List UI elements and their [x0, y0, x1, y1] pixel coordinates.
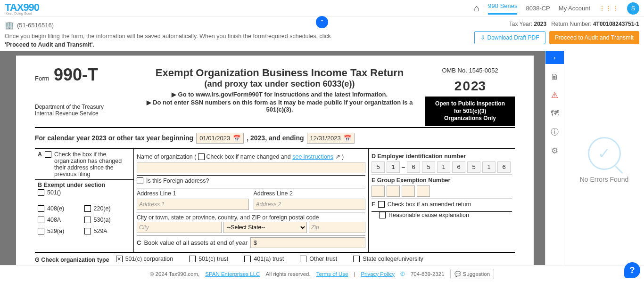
addr1-label: Address Line 1 [137, 190, 249, 197]
footer-privacy-link[interactable]: Privacy Policy [361, 271, 395, 277]
map-icon[interactable]: 🗺 [551, 109, 559, 118]
cal-year-mid: , 2023, and ending [247, 134, 304, 142]
check-A-address-changed[interactable] [45, 151, 51, 158]
date-start-input[interactable]: 01/01/2023 📅 [196, 133, 244, 144]
logo[interactable]: TAX990 Keep Doing Good [5, 1, 39, 15]
name-check-text: Check box if name changed and [206, 153, 290, 160]
check-G-501c-corp[interactable] [116, 256, 123, 262]
calendar-icon: 📅 [233, 135, 240, 142]
check-B-529A[interactable] [84, 228, 91, 234]
addr2-label: Address Line 2 [254, 190, 366, 197]
apps-icon[interactable]: ⋮⋮⋮ [599, 5, 619, 12]
footer-span-link[interactable]: SPAN Enterprises LLC [205, 271, 260, 277]
amended-label: Check box if an amended return [388, 201, 471, 208]
footer-copyright: © 2024 Tax990.com, [150, 271, 199, 277]
city-label: City or town, state or province, country… [137, 214, 365, 221]
form-number: 990-T [54, 65, 98, 84]
footer-rights: All rights reserved. [265, 271, 310, 277]
check-foreign-address[interactable] [137, 177, 143, 184]
rail-expand-button[interactable]: › [545, 51, 564, 64]
form-title-2: (and proxy tax under section 6033(e)) [139, 79, 421, 89]
public-notice-1: Open to Public Inspection [427, 100, 513, 108]
zip-input[interactable] [309, 222, 365, 233]
no-errors-icon: ✓ [588, 137, 621, 170]
addr1-input[interactable] [137, 199, 249, 210]
avatar[interactable]: S [627, 2, 639, 15]
omb-number: OMB No. 1545-0052 [425, 65, 515, 76]
form-year: 2023 [425, 76, 515, 97]
org-id-text: (51-6516516) [17, 22, 54, 29]
public-notice-2: for 501(c)(3) [427, 108, 513, 115]
nav-990-series[interactable]: 990 Series [488, 2, 517, 15]
check-B-408A[interactable] [38, 217, 44, 223]
form-instruction-1: ▶ Go to www.irs.gov/Form990T for instruc… [139, 91, 421, 98]
addr2-input[interactable] [254, 199, 366, 210]
book-value-input[interactable]: $ [250, 237, 365, 248]
check-F-amended[interactable] [378, 201, 385, 208]
label-A: A [38, 151, 42, 158]
calendar-icon: 📅 [344, 135, 351, 142]
info-icon[interactable]: ⓘ [551, 127, 559, 137]
footer-phone: 704-839-2321 [411, 271, 445, 277]
chat-icon: 💬 [454, 271, 461, 277]
form-title-1: Exempt Organization Business Income Tax … [139, 67, 421, 79]
check-name-changed[interactable] [198, 153, 205, 160]
see-instructions-link[interactable]: see instructions [292, 153, 333, 160]
state-select[interactable]: --Select State-- [223, 222, 307, 233]
group-exempt-2[interactable] [387, 185, 400, 197]
info-text-1: Once you begin filing the form, the info… [5, 33, 331, 40]
dept-irs: Internal Revenue Service [35, 110, 134, 117]
check-G-state-college[interactable] [353, 256, 360, 262]
download-icon: ⇩ [480, 34, 485, 41]
check-reasonable-cause[interactable] [379, 212, 386, 218]
gear-icon[interactable]: ⚙ [551, 146, 558, 156]
suggestion-button[interactable]: 💬 Suggestion [450, 269, 495, 279]
label-D: D Employer identification number [372, 153, 466, 160]
city-input[interactable] [137, 222, 222, 233]
cal-year-text: For calendar year 2023 or other tax year… [35, 134, 193, 142]
help-fab[interactable]: ? [624, 262, 640, 278]
tax-year: 2023 [534, 21, 546, 27]
phone-icon: ✆ [400, 271, 405, 277]
label-F: F [372, 201, 375, 208]
info-text-2: 'Proceed to Audit and Transmit'. [5, 41, 94, 48]
text-A: Check the box if the organization has ch… [54, 151, 131, 177]
group-exempt-3[interactable] [402, 185, 415, 197]
check-B-530a[interactable] [84, 217, 91, 223]
nav-8038cp[interactable]: 8038-CP [526, 5, 550, 12]
group-exempt-1[interactable] [372, 185, 385, 197]
return-number: 4T00108243751-1 [593, 21, 639, 27]
proceed-audit-button[interactable]: Proceed to Audit and Transmit [549, 31, 639, 44]
building-icon: 🏢 [5, 21, 14, 30]
form-viewport[interactable]: Form 990-T Department of the Treasury In… [0, 51, 545, 269]
name-org-label: Name of organization ( [137, 153, 196, 160]
return-number-label: Return Number: [551, 21, 591, 27]
date-end-input[interactable]: 12/31/2023 📅 [307, 133, 355, 144]
form-instruction-2: ▶ Do not enter SSN numbers on this form … [139, 99, 421, 113]
group-exempt-4[interactable] [417, 185, 430, 197]
document-icon[interactable]: 🗎 [551, 73, 559, 82]
book-val-label: Book value of all assets at end of year [144, 239, 248, 246]
check-G-401a-trust[interactable] [244, 256, 251, 262]
check-G-501c-trust[interactable] [189, 256, 196, 262]
external-link-icon: ↗ [335, 153, 340, 160]
label-C: C [137, 239, 141, 246]
public-notice-3: Organizations Only [427, 115, 513, 122]
label-E: E Group Exemption Number [372, 177, 450, 184]
warning-icon[interactable]: ⚠ [551, 90, 558, 100]
check-B-408e[interactable] [38, 205, 44, 212]
nav-my-account[interactable]: My Account [559, 5, 590, 12]
check-B-501[interactable] [38, 189, 44, 196]
check-B-220e[interactable] [84, 205, 91, 212]
tax-year-label: Tax Year: [509, 21, 532, 27]
org-name-input[interactable] [137, 162, 365, 173]
reasonable-cause-label: Reasonable cause explanation [388, 212, 469, 218]
check-B-529a[interactable] [38, 228, 44, 234]
dept-treasury: Department of the Treasury [35, 104, 134, 110]
home-icon[interactable]: ⌂ [474, 3, 479, 14]
check-G-other-trust[interactable] [300, 256, 306, 262]
no-errors-text: No Errors Found [580, 176, 628, 183]
collapse-toggle[interactable]: ⌃ [316, 16, 328, 28]
download-draft-button[interactable]: ⇩ Download Draft PDF [474, 31, 545, 44]
footer-terms-link[interactable]: Terms of Use [316, 271, 348, 277]
